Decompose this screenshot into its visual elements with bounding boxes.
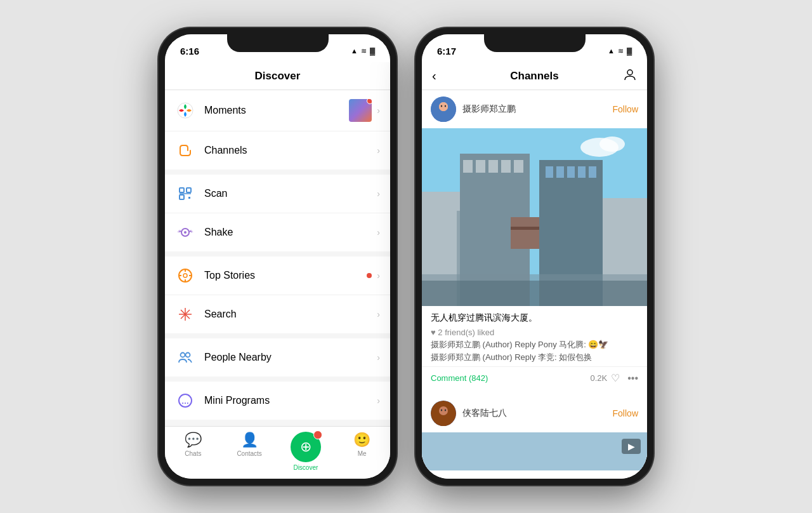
svg-rect-48 <box>589 166 596 178</box>
signal-icon-2: ▲ <box>608 47 615 55</box>
peoplenearby-icon <box>175 347 195 368</box>
post-author-1: 摄影师郑立鹏 <box>462 103 613 115</box>
post-actions-1: Comment (842) 0.2K ♡ ••• <box>422 366 647 389</box>
scan-icon <box>175 183 195 204</box>
battery-icon: ▓ <box>370 47 375 55</box>
notch <box>227 34 329 52</box>
svg-rect-56 <box>422 432 647 470</box>
svg-rect-44 <box>546 166 553 178</box>
me-icon: 🙂 <box>353 432 370 448</box>
discover-badge <box>313 430 322 439</box>
phone-discover: 6:16 ▲ ≋ ▓ Discover <box>159 28 396 485</box>
menu-section-4: People Nearby › <box>165 338 390 376</box>
svg-point-28 <box>445 105 446 107</box>
chevron-icon: › <box>377 352 380 363</box>
moments-thumbnail <box>349 99 372 122</box>
notch-2 <box>484 34 586 52</box>
post-comment-1b: 摄影师郑立鹏 (Author) Reply 李竞: 如假包换 <box>422 351 647 364</box>
shake-label: Shake <box>204 227 377 238</box>
menu-section-1: Moments › <box>165 90 390 170</box>
menu-item-channels[interactable]: Channels › <box>165 131 390 170</box>
menu-item-scan[interactable]: Scan › <box>165 175 390 213</box>
phones-container: 6:16 ▲ ≋ ▓ Discover <box>159 28 653 485</box>
svg-point-18 <box>181 353 185 357</box>
nav-bar-channels: ‹ Channels <box>422 62 647 90</box>
topstories-label: Top Stories <box>204 270 367 281</box>
post-image-1 <box>422 128 647 306</box>
phone-channels: 6:17 ▲ ≋ ▓ ‹ Channels <box>416 28 653 485</box>
svg-point-9 <box>183 274 187 277</box>
menu-item-shake[interactable]: Shake › <box>165 213 390 251</box>
svg-rect-38 <box>488 160 498 173</box>
me-label: Me <box>358 450 367 457</box>
heart-icon-1[interactable]: ♡ <box>611 372 620 384</box>
comment-button-1[interactable]: Comment (842) <box>431 373 590 383</box>
chats-label: Chats <box>185 450 201 457</box>
search-icon <box>175 304 195 324</box>
chevron-icon: › <box>377 145 380 156</box>
nav-title-discover: Discover <box>255 70 301 83</box>
svg-point-7 <box>184 231 187 234</box>
channels-label: Channels <box>204 145 377 156</box>
chats-icon: 💬 <box>185 432 202 448</box>
tab-contacts[interactable]: 👤 Contacts <box>221 432 278 457</box>
menu-item-topstories[interactable]: Top Stories › <box>165 256 390 295</box>
more-icon-1[interactable]: ••• <box>627 373 638 384</box>
svg-rect-3 <box>180 195 184 199</box>
miniprograms-icon: … <box>175 390 195 411</box>
back-button[interactable]: ‹ <box>432 69 436 83</box>
shake-icon <box>175 222 195 243</box>
post-header-1: 摄影师郑立鹏 Follow <box>422 90 647 128</box>
chevron-icon: › <box>377 396 380 406</box>
svg-rect-46 <box>567 166 575 178</box>
chevron-icon: › <box>377 189 380 199</box>
channels-icon <box>175 140 195 161</box>
svg-rect-37 <box>476 160 485 173</box>
svg-rect-39 <box>501 160 511 173</box>
moments-badge <box>367 99 372 104</box>
discover-content[interactable]: Moments › <box>165 90 390 477</box>
menu-item-miniprograms[interactable]: … Mini Programs › <box>165 382 390 420</box>
post-caption-1: 无人机穿过腾讯滨海大厦。 <box>422 306 647 326</box>
svg-point-22 <box>627 70 632 75</box>
post-avatar-2 <box>431 401 456 426</box>
status-icons-1: ▲ ≋ ▓ <box>351 47 375 55</box>
wifi-icon: ≋ <box>361 47 367 55</box>
menu-section-3: Top Stories › Sea <box>165 256 390 333</box>
peoplenearby-label: People Nearby <box>204 352 377 363</box>
status-icons-2: ▲ ≋ ▓ <box>608 47 632 55</box>
menu-section-5: … Mini Programs › <box>165 382 390 420</box>
post-header-2: 侠客陆七八 Follow <box>422 394 647 432</box>
channel-post-2: 侠客陆七八 Follow ▶ <box>422 394 647 470</box>
svg-text:…: … <box>181 397 189 406</box>
tab-me[interactable]: 🙂 Me <box>334 432 390 457</box>
svg-point-55 <box>445 410 446 411</box>
channels-content[interactable]: 摄影师郑立鹏 Follow <box>422 90 647 479</box>
svg-rect-2 <box>187 188 191 192</box>
moments-icon <box>175 100 195 121</box>
status-time-2: 6:17 <box>437 46 456 57</box>
menu-item-search[interactable]: Search › <box>165 295 390 333</box>
miniprograms-label: Mini Programs <box>204 395 377 406</box>
svg-rect-36 <box>463 160 473 173</box>
profile-icon[interactable] <box>623 67 637 84</box>
chevron-icon: › <box>377 227 380 237</box>
menu-item-moments[interactable]: Moments › <box>165 90 390 131</box>
menu-section-2: Scan › <box>165 175 390 251</box>
topstories-icon <box>175 265 195 286</box>
svg-point-19 <box>186 353 190 357</box>
post-comment-1a: 摄影师郑立鹏 (Author) Reply Pony 马化腾: 😄🦅 <box>422 338 647 351</box>
video-icon: ▶ <box>622 439 641 454</box>
moments-label: Moments <box>204 105 349 116</box>
tab-discover[interactable]: ⊕ Discover <box>278 432 334 471</box>
follow-button-1[interactable]: Follow <box>613 104 638 114</box>
signal-icon: ▲ <box>351 47 358 55</box>
follow-button-2[interactable]: Follow <box>613 408 638 418</box>
tab-chats[interactable]: 💬 Chats <box>165 432 221 457</box>
chevron-icon: › <box>377 105 380 116</box>
search-label: Search <box>204 309 377 320</box>
menu-item-peoplenearby[interactable]: People Nearby › <box>165 338 390 376</box>
discover-active-btn: ⊕ <box>291 432 321 462</box>
svg-rect-45 <box>556 166 564 178</box>
chevron-icon: › <box>377 309 380 319</box>
